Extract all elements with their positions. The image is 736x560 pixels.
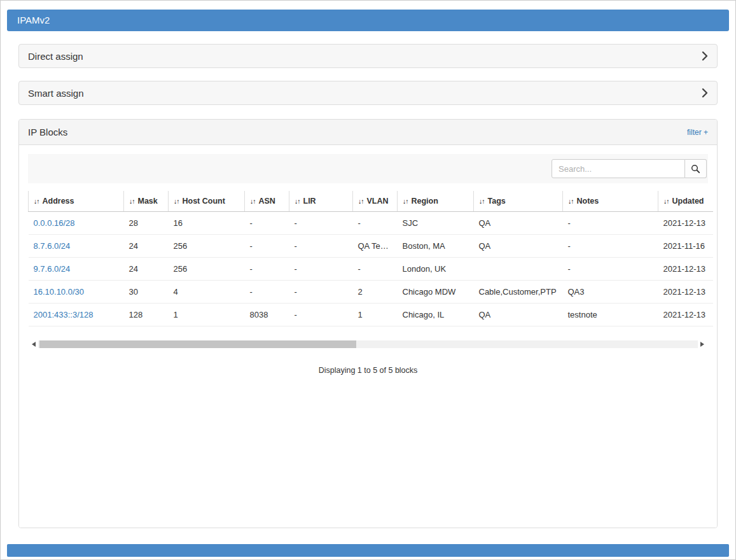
column-label: Mask (138, 197, 158, 206)
table-cell: 2021-12-13 (658, 212, 713, 235)
app-header: IPAMv2 (7, 10, 729, 31)
table-cell: - (289, 281, 353, 304)
filter-link[interactable]: filter + (687, 128, 708, 137)
search-button[interactable] (685, 159, 707, 178)
column-label: Updated (672, 197, 704, 206)
ip-blocks-header: IP Blocks filter + (19, 120, 717, 145)
address-link[interactable]: 8.7.6.0/24 (34, 241, 71, 251)
table-cell: 2021-12-13 (658, 258, 713, 281)
table-cell: - (289, 304, 353, 326)
scroll-left-arrow[interactable] (29, 339, 38, 349)
sort-icon: ↓↑ (663, 197, 669, 205)
direct-assign-label: Direct assign (28, 51, 83, 62)
app-title: IPAMv2 (17, 15, 50, 25)
search-icon (691, 164, 700, 174)
results-summary: Displaying 1 to 5 of 5 blocks (28, 366, 708, 375)
table-row: 8.7.6.0/2424256--QA Test 1Boston, MAQA-2… (29, 235, 713, 258)
content: Direct assign Smart assign IP Blocks fil… (7, 44, 729, 528)
column-label: ASN (259, 197, 275, 206)
column-header[interactable]: ↓↑Tags (474, 191, 563, 212)
table-cell: Cable,Customer,PTP (474, 281, 563, 304)
table-cell: 1 (353, 304, 398, 326)
table-cell: QA (474, 235, 563, 258)
column-header[interactable]: ↓↑Mask (124, 191, 169, 212)
table-cell: - (245, 281, 289, 304)
table-cell: 128 (124, 304, 169, 326)
table-cell: 30 (124, 281, 169, 304)
table-cell: 256 (169, 258, 245, 281)
table-body: 0.0.0.16/282816---SJCQA-2021-12-138.7.6.… (29, 212, 713, 326)
table-cell: testnote (563, 304, 658, 326)
scrollbar-track[interactable] (38, 340, 698, 348)
column-header[interactable]: ↓↑Notes (563, 191, 658, 212)
table-cell: 2021-12-13 (658, 281, 713, 304)
column-label: Region (412, 197, 438, 206)
column-header[interactable]: ↓↑Updated (658, 191, 713, 212)
horizontal-scrollbar[interactable] (29, 339, 707, 349)
table-cell: 2001:433::3/128 (29, 304, 124, 326)
table-row: 16.10.10.0/30304--2Chicago MDWCable,Cust… (29, 281, 713, 304)
search-input[interactable] (552, 159, 685, 178)
search-group (552, 159, 707, 178)
column-header[interactable]: ↓↑Region (398, 191, 474, 212)
table-cell: 2 (353, 281, 398, 304)
sort-icon: ↓↑ (479, 197, 485, 205)
chevron-right-icon (702, 88, 708, 98)
table-cell: 16 (169, 212, 245, 235)
direct-assign-panel[interactable]: Direct assign (18, 44, 718, 68)
table-cell: 28 (124, 212, 169, 235)
smart-assign-panel[interactable]: Smart assign (18, 81, 718, 105)
sort-icon: ↓↑ (129, 197, 135, 205)
table-cell: QA (474, 304, 563, 326)
sort-icon: ↓↑ (403, 197, 408, 205)
table-row: 0.0.0.16/282816---SJCQA-2021-12-13 (29, 212, 713, 235)
table-cell: 256 (169, 235, 245, 258)
table-cell: London, UK (398, 258, 474, 281)
table-cell: 0.0.0.16/28 (29, 212, 124, 235)
column-label: VLAN (367, 197, 389, 206)
scroll-right-arrow[interactable] (698, 339, 707, 349)
table-cell: SJC (398, 212, 474, 235)
column-header[interactable]: ↓↑ASN (245, 191, 289, 212)
table-cell: - (563, 235, 658, 258)
sort-icon: ↓↑ (250, 197, 256, 205)
table-cell: - (245, 235, 289, 258)
table-cell: - (563, 258, 658, 281)
table-cell: 2021-11-16 (658, 235, 713, 258)
address-link[interactable]: 9.7.6.0/24 (34, 264, 71, 274)
table-cell: QA (474, 212, 563, 235)
address-link[interactable]: 16.10.10.0/30 (34, 287, 85, 297)
column-header[interactable]: ↓↑Host Count (169, 191, 245, 212)
table-cell: 2021-12-13 (658, 304, 713, 326)
table-cell: 16.10.10.0/30 (29, 281, 124, 304)
table-cell: QA Test 1 (353, 235, 398, 258)
sort-icon: ↓↑ (34, 197, 39, 205)
table-cell: - (289, 235, 353, 258)
column-header[interactable]: ↓↑LIR (289, 191, 353, 212)
sort-icon: ↓↑ (174, 197, 179, 205)
scrollbar-thumb[interactable] (39, 340, 356, 348)
table-toolbar (28, 154, 708, 183)
sort-icon: ↓↑ (358, 197, 364, 205)
table-row: 9.7.6.0/2424256---London, UK-2021-12-13 (29, 258, 713, 281)
column-label: Tags (488, 197, 506, 206)
table-cell: - (563, 212, 658, 235)
address-link[interactable]: 0.0.0.16/28 (34, 218, 75, 228)
table-cell: Chicago MDW (398, 281, 474, 304)
column-label: LIR (303, 197, 316, 206)
ip-blocks-table: ↓↑Address↓↑Mask↓↑Host Count↓↑ASN↓↑LIR↓↑V… (28, 191, 713, 326)
table-cell: - (289, 212, 353, 235)
table-cell: Boston, MA (398, 235, 474, 258)
table-row: 2001:433::3/12812818038-1Chicago, ILQAte… (29, 304, 713, 326)
table-cell: QA3 (563, 281, 658, 304)
sort-icon: ↓↑ (568, 197, 574, 205)
column-header[interactable]: ↓↑Address (29, 191, 124, 212)
ip-blocks-title: IP Blocks (28, 127, 67, 137)
table-cell: Chicago, IL (398, 304, 474, 326)
column-header[interactable]: ↓↑VLAN (353, 191, 398, 212)
address-link[interactable]: 2001:433::3/128 (34, 310, 94, 319)
table-cell (474, 258, 563, 281)
page: IPAMv2 Direct assign Smart assign IP Blo… (0, 0, 736, 560)
table-cell: 24 (124, 258, 169, 281)
sort-icon: ↓↑ (295, 197, 300, 205)
